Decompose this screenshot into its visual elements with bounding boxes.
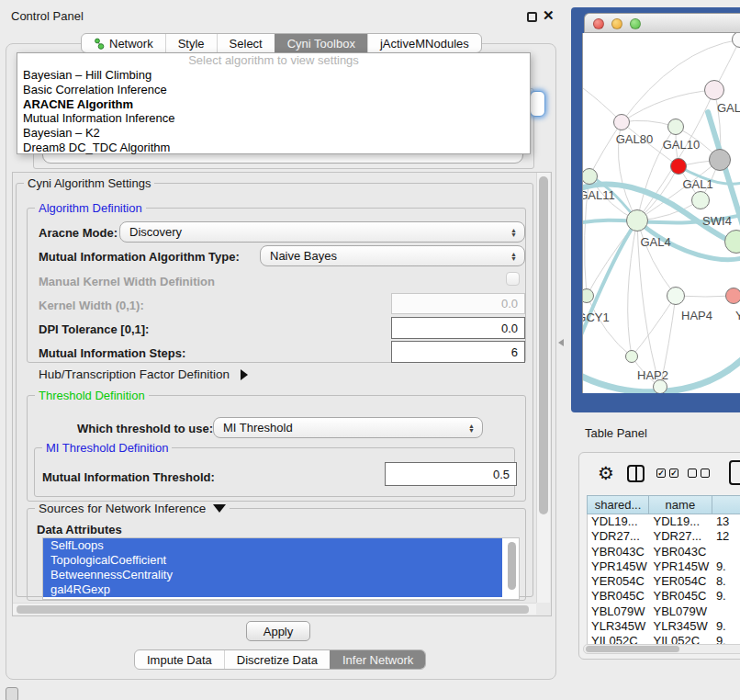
minimized-window-icon[interactable] xyxy=(6,687,18,700)
mi-type-value: Naive Bayes xyxy=(270,249,337,263)
table-cell: YLR345W xyxy=(588,619,649,634)
table-panel-title: Table Panel xyxy=(585,426,647,440)
dropdown-item[interactable]: ARACNE Algorithm xyxy=(17,97,530,112)
deselect-all-checkbox-icon[interactable] xyxy=(701,469,710,478)
network-node[interactable] xyxy=(725,288,740,304)
table-row[interactable]: YDL19...YDL19...13 xyxy=(588,514,740,529)
tab-jactivemnodules[interactable]: jActiveMNodules xyxy=(367,34,481,52)
mi-threshold-field[interactable]: 0.5 xyxy=(385,462,517,486)
table-cell: YBR045C xyxy=(649,589,712,604)
scrollbar-thumb[interactable] xyxy=(17,605,529,614)
table-body: YDL19...YDL19...13YDR27...YDR27...12YBR0… xyxy=(587,514,740,644)
network-window-titlebar[interactable] xyxy=(584,13,740,33)
tab-impute-data[interactable]: Impute Data xyxy=(135,650,224,669)
kernel-width-field[interactable]: 0.0 xyxy=(391,293,525,314)
dpi-tolerance-field[interactable]: 0.0 xyxy=(391,317,525,339)
network-node[interactable] xyxy=(613,114,630,130)
settings-vertical-scrollbar[interactable] xyxy=(536,173,550,603)
select-all-checkbox-icon[interactable]: ✓ xyxy=(656,469,666,478)
minimize-traffic-light-icon[interactable] xyxy=(611,18,622,29)
mi-type-label: Mutual Information Algorithm Type: xyxy=(39,250,240,264)
close-traffic-light-icon[interactable] xyxy=(593,18,604,29)
deselect-all-checkbox-icon[interactable] xyxy=(688,469,697,478)
table-row[interactable]: YBR045CYBR045C9. xyxy=(588,589,740,604)
aracne-mode-select[interactable]: Discovery ▲▼ xyxy=(119,221,525,243)
table-row[interactable]: YBL079WYBL079W xyxy=(588,604,740,619)
table-mode-icon[interactable] xyxy=(729,460,740,485)
table-row[interactable]: YPR145WYPR145W9. xyxy=(588,559,740,574)
manual-kernel-label: Manual Kernel Width Definition xyxy=(39,275,215,288)
node-label: GAL10 xyxy=(663,138,700,152)
network-node[interactable] xyxy=(704,80,724,100)
attribute-list-item[interactable]: BetweennessCentrality xyxy=(43,568,502,582)
data-attributes-label: Data Attributes xyxy=(37,523,122,536)
table-row[interactable]: YIL052CYIL052C9. xyxy=(588,634,740,644)
tab-style[interactable]: Style xyxy=(165,34,217,52)
table-cell xyxy=(712,545,740,559)
table-cell: YIL052C xyxy=(649,634,712,644)
select-all-checkbox-icon[interactable]: ✓ xyxy=(669,469,678,478)
tab-infer-network[interactable]: Infer Network xyxy=(330,650,425,669)
apply-button[interactable]: Apply xyxy=(246,621,310,641)
network-node[interactable] xyxy=(626,209,648,231)
table-cell: YER054C xyxy=(588,574,649,589)
close-icon[interactable]: ✕ xyxy=(543,7,555,24)
scrollbar-thumb[interactable] xyxy=(508,542,516,590)
attribute-list-item[interactable]: SelfLoops xyxy=(43,538,502,553)
scrollbar-thumb[interactable] xyxy=(539,176,548,514)
table-cell: YIL052C xyxy=(588,634,649,644)
network-node[interactable] xyxy=(691,191,710,209)
data-attributes-list: SelfLoopsTopologicalCoefficientBetweenne… xyxy=(42,537,520,600)
network-node[interactable] xyxy=(670,158,687,175)
tab-network[interactable]: Network xyxy=(82,34,165,52)
table-row[interactable]: YBR043CYBR043C xyxy=(588,545,740,559)
table-cell: YDL19... xyxy=(588,514,649,529)
dropdown-item[interactable]: Basic Correlation Inference xyxy=(17,83,530,97)
manual-kernel-checkbox[interactable] xyxy=(506,272,520,286)
float-window-icon[interactable] xyxy=(527,12,537,22)
dropdown-item[interactable]: Dream8 DC_TDC Algorithm xyxy=(17,141,530,155)
column-header[interactable] xyxy=(712,495,740,514)
table-row[interactable]: YDR27...YDR27...12 xyxy=(588,529,740,544)
table-horizontal-scrollbar[interactable] xyxy=(583,644,740,654)
column-header[interactable]: shared... xyxy=(587,495,649,514)
attribute-list-item[interactable]: TopologicalCoefficient xyxy=(43,553,502,568)
table-row[interactable]: YLR345WYLR345W9. xyxy=(588,619,740,634)
splitter-handle[interactable] xyxy=(558,339,564,346)
expanded-arrow-icon[interactable] xyxy=(213,504,226,513)
hub-definition-toggle[interactable]: Hub/Transcription Factor Definition xyxy=(39,367,248,381)
node-label: GAL1 xyxy=(682,177,712,191)
table-toolbar: ⚙ ✓ ✓ xyxy=(579,460,740,491)
gear-icon[interactable]: ⚙ xyxy=(598,462,614,484)
which-threshold-select[interactable]: MI Threshold ▲▼ xyxy=(213,417,483,438)
network-node[interactable] xyxy=(709,149,731,171)
collapsed-arrow-icon xyxy=(241,369,248,380)
tab-discretize-data[interactable]: Discretize Data xyxy=(224,650,330,669)
group-title: Sources for Network Inference xyxy=(35,502,230,515)
table-row[interactable]: YER054CYER054C8. xyxy=(588,574,740,589)
focused-spinner[interactable] xyxy=(530,91,545,117)
network-node[interactable] xyxy=(667,287,685,305)
mi-steps-field[interactable]: 6 xyxy=(391,341,525,363)
mi-type-select[interactable]: Naive Bayes ▲▼ xyxy=(260,245,525,266)
settings-horizontal-scrollbar[interactable] xyxy=(13,603,536,615)
network-node[interactable] xyxy=(667,119,684,135)
zoom-traffic-light-icon[interactable] xyxy=(630,18,641,29)
control-panel-tabs: NetworkStyleSelectCyni ToolboxjActiveMNo… xyxy=(81,33,482,53)
dropdown-item[interactable]: Bayesian – K2 xyxy=(17,126,530,141)
kernel-width-value: 0.0 xyxy=(501,297,518,310)
dropdown-item[interactable]: Bayesian – Hill Climbing xyxy=(17,68,530,83)
node-label: GAL4 xyxy=(640,235,670,249)
attribute-list-item[interactable]: gal4RGexp xyxy=(43,582,502,597)
scrollbar-thumb[interactable] xyxy=(586,646,679,652)
dropdown-item[interactable]: Mutual Information Inference xyxy=(17,111,530,126)
column-header[interactable]: name xyxy=(649,495,712,514)
list-scrollbar[interactable] xyxy=(508,542,517,595)
tab-select[interactable]: Select xyxy=(217,34,275,52)
columns-icon[interactable] xyxy=(627,465,645,482)
network-node[interactable] xyxy=(625,350,638,363)
table-cell: YBR043C xyxy=(588,545,649,559)
tab-cyni-toolbox[interactable]: Cyni Toolbox xyxy=(275,34,367,52)
network-canvas[interactable]: GALGAL80GAL10GAL1GAL11SWI4GAL4GCY1HAP4YH… xyxy=(582,33,740,393)
combo-arrows-icon: ▲▼ xyxy=(468,423,475,433)
